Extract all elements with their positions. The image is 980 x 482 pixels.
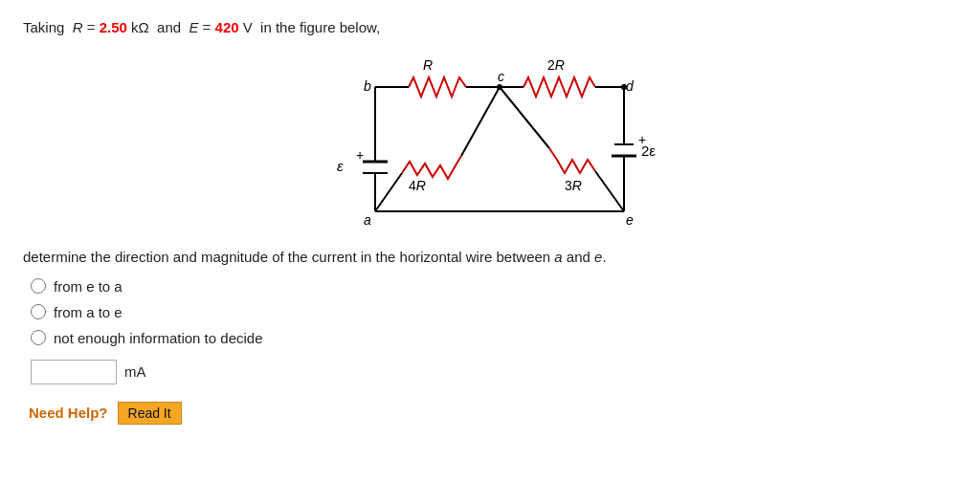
unit-label: mA xyxy=(124,363,146,380)
svg-text:d: d xyxy=(626,78,635,94)
svg-text:2ε: 2ε xyxy=(641,142,656,159)
r-value: 2.50 xyxy=(100,19,127,35)
option-row-1: from e to a xyxy=(31,278,957,295)
svg-text:R: R xyxy=(423,57,433,73)
e-value: 420 xyxy=(215,19,239,35)
circuit-svg: + ε R b c 2R d xyxy=(299,49,681,240)
svg-text:2R: 2R xyxy=(547,57,565,73)
circuit-diagram: + ε R b c 2R d xyxy=(23,49,957,240)
svg-line-27 xyxy=(375,173,402,211)
option-row-2: from a to e xyxy=(31,304,957,320)
svg-text:e: e xyxy=(626,212,634,228)
need-help-label: Need Help? xyxy=(29,405,108,421)
option-label-1: from e to a xyxy=(54,278,122,295)
option-radio-1[interactable] xyxy=(31,278,46,294)
options-container: from e to a from a to e not enough infor… xyxy=(31,278,957,346)
problem-intro: Taking R = 2.50 kΩ and E = 420 V in the … xyxy=(23,17,957,39)
question-text: determine the direction and magnitude of… xyxy=(23,246,957,269)
svg-text:+: + xyxy=(356,147,364,163)
svg-line-31 xyxy=(500,87,549,148)
svg-line-28 xyxy=(461,87,500,156)
svg-text:a: a xyxy=(364,212,371,228)
read-it-button[interactable]: Read It xyxy=(118,402,182,425)
svg-text:4R: 4R xyxy=(409,178,426,193)
option-label-3: not enough information to decide xyxy=(54,330,263,346)
input-row: mA xyxy=(31,360,957,384)
svg-text:ε: ε xyxy=(337,158,344,174)
help-row: Need Help? Read It xyxy=(29,402,957,425)
svg-line-30 xyxy=(595,171,624,211)
magnitude-input[interactable] xyxy=(31,360,117,384)
option-radio-3[interactable] xyxy=(31,330,46,345)
option-row-3: not enough information to decide xyxy=(31,330,957,346)
option-radio-2[interactable] xyxy=(31,304,46,319)
svg-text:c: c xyxy=(498,69,504,84)
option-label-2: from a to e xyxy=(54,304,122,320)
svg-text:3R: 3R xyxy=(565,178,582,193)
svg-text:b: b xyxy=(364,78,371,94)
